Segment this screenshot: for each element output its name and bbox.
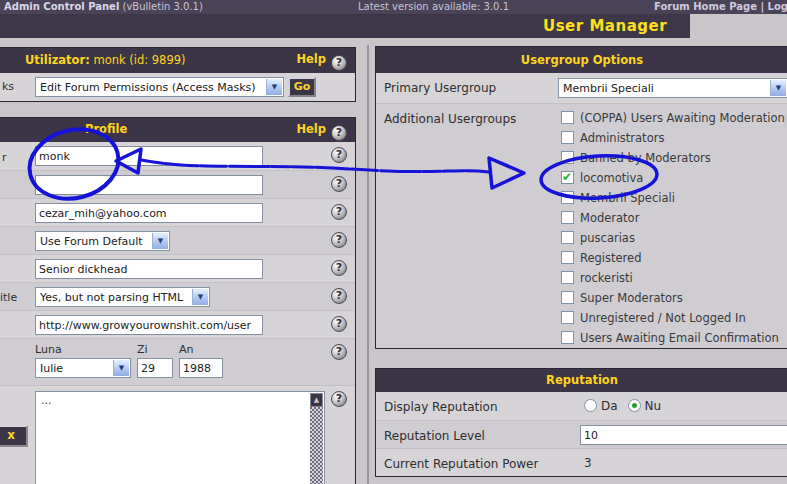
birthday-row: Luna Iulie Zi An [0, 338, 355, 385]
checkbox-label: Banned by Moderators [580, 151, 711, 165]
email-input[interactable] [35, 203, 263, 223]
display-reputation-row: Display Reputation DaNu [376, 392, 787, 420]
additional-usergroups-label: Additional Usergroups [384, 112, 516, 126]
radio-nu[interactable] [628, 399, 641, 412]
utilizator-value: monk (id: 9899) [90, 53, 186, 67]
usergroup-panel: Usergroup Options Primary Usergroup Memb… [375, 46, 787, 349]
dropdown-arrow-icon[interactable] [152, 233, 168, 249]
page-title: User Manager [543, 17, 667, 35]
latest-version-text: Latest version available: 3.0.1 [358, 0, 509, 14]
month-label: Luna [35, 343, 131, 356]
utilizator-label: Utilizator: [25, 53, 90, 67]
clipped-label-title: itle [0, 291, 17, 304]
signature-row: ... [0, 385, 355, 484]
help-icon[interactable] [331, 176, 347, 192]
password-input[interactable] [35, 175, 263, 195]
usergroup-checkbox-list: (COPPA) Users Awaiting Moderation Admini… [561, 111, 785, 351]
title-parse-select[interactable]: Yes, but not parsing HTML [35, 287, 210, 307]
reputation-power-value: 3 [584, 456, 592, 470]
checkbox[interactable] [561, 271, 574, 284]
app-title-bold: Admin Control Panel [4, 1, 119, 12]
help-icon[interactable] [331, 232, 347, 248]
admin-control-panel-window: Admin Control Panel (vBulletin 3.0.1) La… [0, 0, 787, 484]
reputation-level-label: Reputation Level [384, 429, 485, 443]
checkbox[interactable] [561, 311, 574, 324]
clipped-label-user: r [2, 151, 7, 164]
primary-usergroup-select[interactable]: Membrii Speciali [558, 78, 787, 98]
checkbox[interactable] [561, 171, 574, 184]
dropdown-arrow-icon[interactable] [770, 80, 786, 96]
help-label: Help [296, 122, 326, 136]
usergroup-item: locomotiva [561, 171, 785, 191]
help-icon[interactable] [331, 55, 347, 71]
birthday-month-group: Luna Iulie [35, 343, 131, 378]
permissions-select[interactable]: Edit Forum Permissions (Access Masks) [35, 77, 284, 97]
help-icon[interactable] [331, 125, 347, 141]
usergroup-item: (COPPA) Users Awaiting Moderation [561, 111, 785, 131]
reputation-level-row: Reputation Level [376, 420, 787, 448]
help-icon[interactable] [331, 288, 347, 304]
password-row [0, 170, 355, 198]
usergroup-item: Banned by Moderators [561, 151, 785, 171]
signature-textarea[interactable]: ... [35, 391, 325, 484]
close-button[interactable]: x [0, 425, 28, 447]
checkbox[interactable] [561, 111, 574, 124]
dropdown-arrow-icon[interactable] [192, 289, 208, 305]
style-select-value: Use Forum Default [40, 235, 151, 248]
primary-usergroup-row: Primary Usergroup Membrii Speciali [376, 73, 787, 103]
checkbox[interactable] [561, 231, 574, 244]
textarea-scrollbar[interactable] [310, 393, 323, 484]
checkbox[interactable] [561, 191, 574, 204]
day-label: Zi [137, 343, 173, 356]
dropdown-arrow-icon[interactable] [113, 360, 129, 376]
style-select[interactable]: Use Forum Default [35, 231, 170, 251]
help-icon[interactable] [331, 147, 347, 163]
usergroup-item: Administrators [561, 131, 785, 151]
profile-panel-header: Profile Help [0, 118, 355, 142]
help-icon[interactable] [331, 260, 347, 276]
primary-usergroup-label: Primary Usergroup [384, 81, 496, 95]
dropdown-arrow-icon[interactable] [266, 79, 282, 95]
title-parse-select-value: Yes, but not parsing HTML [40, 291, 191, 304]
reputation-level-input[interactable] [580, 425, 787, 445]
usergroup-item: Registered [561, 251, 785, 271]
checkbox[interactable] [561, 211, 574, 224]
forum-home-link[interactable]: Forum Home Page | Log [654, 0, 787, 14]
help-label: Help [296, 52, 326, 66]
column-divider [367, 45, 369, 484]
checkbox-label: Users Awaiting Email Confirmation [580, 331, 779, 345]
checkbox[interactable] [561, 131, 574, 144]
usergroup-item: Unregistered / Not Logged In [561, 311, 785, 331]
email-row [0, 198, 355, 226]
help-icon[interactable] [331, 344, 347, 360]
checkbox-label: puscarias [580, 231, 635, 245]
usergroup-item: Membrii Speciali [561, 191, 785, 211]
usergroup-item: rockeristi [561, 271, 785, 291]
checkbox[interactable] [561, 291, 574, 304]
app-version: (vBulletin 3.0.1) [119, 1, 202, 12]
help-icon[interactable] [331, 316, 347, 332]
help-icon[interactable] [331, 391, 347, 407]
radio-nu-label: Nu [645, 399, 662, 413]
month-select[interactable]: Iulie [35, 358, 131, 378]
reputation-power-row: Current Reputation Power 3 [376, 448, 787, 476]
year-input[interactable] [179, 358, 223, 378]
checkbox[interactable] [561, 251, 574, 264]
username-row [0, 142, 355, 170]
username-input[interactable] [35, 146, 263, 166]
scroll-up-icon[interactable] [310, 393, 323, 407]
help-icon[interactable] [331, 204, 347, 220]
custom-title-input[interactable] [35, 259, 263, 279]
app-title: Admin Control Panel (vBulletin 3.0.1) [4, 0, 203, 14]
birthday-year-group: An [179, 343, 223, 378]
checkbox[interactable] [561, 151, 574, 164]
radio-da[interactable] [584, 399, 597, 412]
profile-panel-help: Help [296, 122, 347, 141]
reputation-power-label: Current Reputation Power [384, 457, 538, 471]
homepage-input[interactable] [35, 315, 263, 335]
style-row: Use Forum Default [0, 226, 355, 254]
go-button[interactable]: Go [288, 77, 316, 97]
homepage-row [0, 310, 355, 338]
checkbox[interactable] [561, 331, 574, 344]
day-input[interactable] [137, 358, 173, 378]
